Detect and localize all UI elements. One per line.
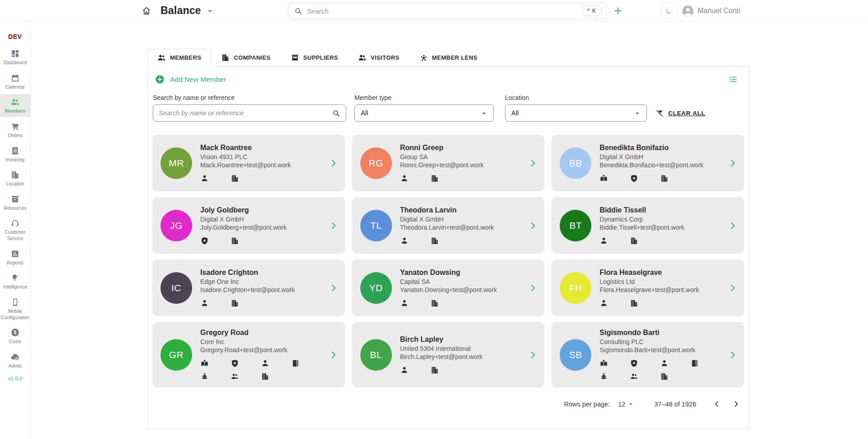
- keyboard-shortcut-badge: ^ K: [582, 5, 602, 16]
- theme-toggle-button[interactable]: [661, 3, 677, 19]
- chevron-right-icon[interactable]: [528, 283, 538, 293]
- user-menu[interactable]: Manuel Conti: [682, 5, 740, 17]
- sidebar-item-members[interactable]: Members: [0, 94, 30, 117]
- member-type-select[interactable]: All: [354, 104, 494, 122]
- sidebar-item-dashboard[interactable]: Dashboard: [0, 46, 30, 69]
- member-badges: [200, 174, 323, 183]
- member-search-field[interactable]: [153, 104, 346, 122]
- tab-suppliers[interactable]: SUPPLIERS: [281, 49, 348, 66]
- people-icon: [10, 97, 20, 107]
- previous-page-button[interactable]: [712, 400, 721, 408]
- location-select[interactable]: All: [505, 104, 647, 122]
- chevron-right-icon[interactable]: [728, 350, 738, 360]
- filters-row: Search by name or reference Member type …: [152, 94, 744, 122]
- member-card[interactable]: SB Sigismondo Barti Consulting PLC Sigis…: [552, 322, 744, 387]
- sidebar-item-intelligence[interactable]: Intelligence: [0, 270, 30, 293]
- member-search-input[interactable]: [159, 109, 332, 117]
- member-name: Isadore Crighton: [200, 269, 323, 277]
- member-name: Gregory Road: [200, 329, 323, 337]
- member-name: Mack Roantree: [200, 144, 323, 152]
- member-card[interactable]: BL Birch Lapley United 5304 Internationa…: [352, 322, 545, 387]
- member-cards-grid: MR Mack Roantree Vision 4931 PLC Mack.Ro…: [152, 135, 744, 387]
- next-page-button[interactable]: [732, 400, 741, 408]
- sidebar-item-customer-service[interactable]: Customer Service: [0, 215, 30, 244]
- building-icon: [261, 372, 269, 381]
- sidebar-item-resources[interactable]: Resources: [0, 191, 30, 214]
- member-company: Digital X GmbH: [599, 153, 722, 160]
- member-card[interactable]: TL Theodora Larvin Digital X GmbH Theodo…: [352, 197, 545, 254]
- sidebar-item-admin[interactable]: Admin: [0, 349, 30, 372]
- add-new-member-button[interactable]: Add New Member: [155, 75, 226, 84]
- contact-book-icon: [599, 359, 608, 368]
- sidebar-item-calendar[interactable]: Calendar: [0, 70, 30, 93]
- chevron-right-icon[interactable]: [329, 158, 339, 168]
- avatar: JG: [160, 210, 192, 241]
- member-card[interactable]: GR Gregory Road Core Inc Gregory.Road+te…: [152, 322, 345, 387]
- building-icon: [231, 236, 239, 245]
- tab-member-lens[interactable]: MEMBER LENS: [410, 49, 487, 66]
- member-name: Theodora Larvin: [400, 206, 523, 214]
- member-company: Group SA: [400, 153, 523, 160]
- tab-bar: MEMBERS COMPANIES SUPPLIERS VISITORS MEM…: [147, 49, 749, 66]
- network-icon: [420, 53, 428, 62]
- rows-per-page-label: Rows per page:: [564, 401, 610, 408]
- chevron-right-icon[interactable]: [528, 158, 538, 168]
- member-card[interactable]: JG Joly Goldberg Digital X GmbH Joly.Gol…: [152, 197, 345, 254]
- pagination-range: 37–48 of 1926: [654, 401, 696, 408]
- sidebar-item-reports[interactable]: Reports: [0, 246, 30, 269]
- sidebar-item-mobile-configuration[interactable]: Mobile Configuration: [0, 294, 30, 323]
- tab-members[interactable]: MEMBERS: [147, 49, 211, 66]
- person-icon: [400, 174, 409, 183]
- member-badges: [400, 366, 523, 374]
- member-card[interactable]: MR Mack Roantree Vision 4931 PLC Mack.Ro…: [152, 135, 345, 191]
- member-badges: [400, 299, 523, 307]
- member-card[interactable]: YD Yanaton Dowsing Capital SA Yanaton.Do…: [352, 260, 545, 316]
- member-card[interactable]: FH Flora Heaselgrave Logistics Ltd Flora…: [552, 260, 744, 316]
- caret-down-icon: [634, 110, 641, 117]
- building-icon: [660, 174, 669, 183]
- sidebar-item-orders[interactable]: Orders: [0, 118, 30, 142]
- app-switcher[interactable]: Balance: [160, 5, 214, 17]
- chevron-right-icon[interactable]: [728, 221, 738, 231]
- phone-icon: [10, 297, 20, 307]
- avatar: FH: [560, 272, 591, 304]
- member-email: Biddie.Tissell+test@pont.work: [599, 224, 722, 231]
- chevron-right-icon[interactable]: [728, 283, 738, 293]
- version-link[interactable]: v1.0.3: [0, 376, 30, 381]
- door-icon: [690, 359, 699, 368]
- building-icon: [221, 53, 230, 62]
- rows-per-page-select[interactable]: 12: [618, 401, 634, 408]
- environment-label: DEV: [0, 33, 30, 40]
- sidebar-item-costs[interactable]: $ Costs: [0, 325, 30, 348]
- chevron-right-icon[interactable]: [728, 158, 738, 168]
- member-card[interactable]: BT Biddie Tissell Dynamics Corp Biddie.T…: [552, 197, 744, 254]
- sidebar-item-invoicing[interactable]: Invoicing: [0, 143, 30, 166]
- avatar-initials: RG: [368, 158, 383, 169]
- building-icon: [660, 372, 669, 381]
- member-card[interactable]: BB Benedikta Bonifazio Digital X GmbH Be…: [552, 135, 744, 191]
- sidebar-item-location[interactable]: Location: [0, 167, 30, 190]
- member-company: United 5304 International: [400, 345, 523, 352]
- chevron-right-icon[interactable]: [329, 221, 339, 231]
- global-search-bar[interactable]: ^ K: [288, 3, 607, 19]
- member-card[interactable]: RG Ronni Greep Group SA Ronni.Greep+test…: [352, 135, 545, 191]
- rows-per-page-value: 12: [618, 401, 625, 408]
- user-name: Manuel Conti: [698, 7, 740, 15]
- chevron-right-icon[interactable]: [528, 221, 538, 231]
- member-card[interactable]: IC Isadore Crighton Edge One Inc Isadore…: [152, 260, 345, 316]
- global-search-input[interactable]: [307, 7, 582, 15]
- chevron-right-icon[interactable]: [528, 350, 538, 360]
- member-badges: [599, 359, 722, 381]
- filter-off-icon: [656, 109, 664, 118]
- chevron-right-icon[interactable]: [329, 283, 339, 293]
- person-icon: [400, 236, 409, 245]
- chevron-right-icon[interactable]: [329, 350, 339, 360]
- tab-visitors[interactable]: VISITORS: [348, 49, 410, 66]
- list-view-icon[interactable]: [728, 75, 738, 84]
- tab-companies[interactable]: COMPANIES: [211, 49, 280, 66]
- quick-add-button[interactable]: [611, 4, 625, 18]
- home-icon[interactable]: [142, 6, 151, 16]
- member-badges: [400, 174, 523, 183]
- clear-all-button[interactable]: CLEAR ALL: [656, 109, 705, 118]
- building-icon: [430, 366, 439, 374]
